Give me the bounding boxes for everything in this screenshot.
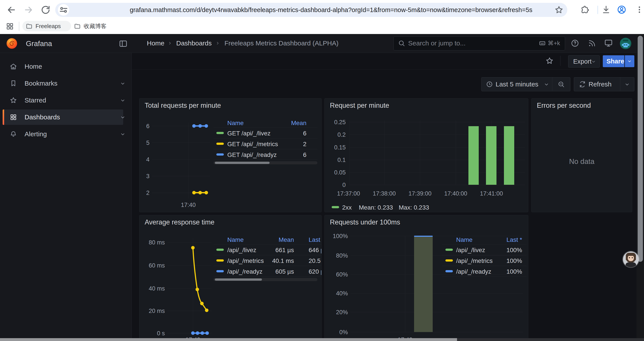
sidebar-item-label: Alerting [24, 130, 47, 138]
breadcrumb-dashboards[interactable]: Dashboards [176, 40, 212, 47]
browser-menu-icon[interactable] [635, 5, 644, 14]
gridline [349, 121, 350, 185]
legend-separator [214, 266, 321, 266]
gridline [349, 122, 525, 122]
refresh-interval-dropdown[interactable] [620, 78, 634, 91]
legend-separator [442, 255, 527, 255]
legend-header-mean[interactable]: Mean [250, 236, 294, 243]
address-bar[interactable]: grafana.mathmast.com/d/deytv4rwavabkb/fr… [55, 3, 567, 17]
legend-header-mean[interactable]: Mean [262, 120, 306, 127]
breadcrumb-home[interactable]: Home [147, 40, 164, 47]
site-settings-icon[interactable] [58, 4, 69, 16]
panel-requests-under-100ms: Requests under 100ms 100% 80% 60% 40% 20… [324, 215, 528, 341]
sidebar-item-starred[interactable]: Starred [0, 93, 132, 108]
vertical-scrollbar[interactable] [636, 34, 644, 341]
star-icon [10, 97, 17, 104]
gridline [456, 121, 456, 185]
zoom-out-time-button[interactable] [552, 78, 570, 91]
url-text[interactable]: grafana.mathmast.com/d/deytv4rwavabkb/fr… [130, 3, 532, 17]
rss-news-icon[interactable] [588, 39, 596, 47]
panel-title[interactable]: Requests under 100ms [330, 218, 400, 226]
horizontal-scrollbar[interactable] [0, 338, 644, 341]
refresh-button[interactable]: Refresh [574, 78, 620, 91]
gridline [384, 121, 384, 185]
back-button[interactable] [6, 5, 17, 15]
chevron-down-icon[interactable] [120, 81, 126, 86]
legend-header-name[interactable]: Name [227, 236, 244, 243]
legend-row-value: 6 [262, 130, 306, 137]
series-swatch [216, 249, 224, 251]
legend-separator [214, 255, 321, 255]
sidebar-item-label: Dashboards [24, 113, 60, 121]
forward-button[interactable] [23, 5, 34, 15]
legend-header-last[interactable]: Last * [309, 236, 322, 243]
panel-total-requests: Total requests per minute 6 5 4 3 2 17:4… [139, 98, 322, 212]
panel-title[interactable]: Request per minute [330, 102, 389, 110]
legend-scrollbar-thumb[interactable] [215, 278, 262, 281]
share-button[interactable]: Share [603, 55, 624, 67]
vertical-scrollbar-thumb[interactable] [638, 36, 643, 262]
time-range-button[interactable]: Last 5 minutes [482, 78, 552, 91]
bookmark-folder-freeleaps[interactable]: Freeleaps [22, 21, 71, 31]
sidebar-item-bookmarks[interactable]: Bookmarks [0, 76, 132, 91]
y-tick: 5 [140, 140, 150, 146]
legend-header-name[interactable]: Name [227, 120, 244, 127]
export-button[interactable]: Export [568, 55, 600, 68]
monitor-kiosk-icon[interactable] [604, 39, 613, 47]
gridline [350, 332, 523, 332]
series-swatch [216, 153, 224, 156]
chevron-down-icon[interactable] [120, 98, 126, 103]
dock-menu-icon[interactable] [119, 39, 128, 48]
legend-scrollbar[interactable] [214, 161, 318, 164]
share-dropdown-button[interactable] [625, 55, 634, 67]
user-avatar[interactable] [620, 38, 631, 49]
y-tick: 0.15 [325, 144, 346, 151]
legend-row-value: 6 [262, 151, 306, 158]
star-dashboard-icon[interactable] [545, 57, 554, 65]
folder-icon [26, 23, 32, 30]
extensions-icon[interactable] [580, 5, 590, 14]
panel-title[interactable]: Errors per second [537, 102, 591, 110]
bar-2xx [468, 126, 479, 185]
assistant-avatar[interactable] [623, 251, 639, 267]
profile-icon[interactable] [617, 5, 626, 15]
legend-row-mean: 661 µs [250, 247, 294, 254]
sidebar-item-alerting[interactable]: Alerting [0, 126, 132, 142]
x-tick: 17:37:00 [331, 190, 366, 197]
bookmark-folder-blogs[interactable]: 收藏博客 [70, 21, 106, 31]
panel-title[interactable]: Total requests per minute [145, 102, 221, 110]
bookmark-star-icon[interactable] [554, 6, 563, 14]
sidebar-item-label: Bookmarks [24, 80, 58, 87]
chevron-down-icon[interactable] [120, 132, 126, 137]
reload-button[interactable] [40, 5, 51, 15]
legend-max-stat: Max: 0.233 [399, 204, 429, 211]
legend-series-label[interactable]: 2xx [342, 204, 352, 211]
series-swatch [332, 206, 339, 208]
help-icon[interactable] [571, 39, 579, 47]
downloads-icon[interactable] [602, 5, 611, 14]
folder-icon [74, 23, 81, 30]
legend-row-value: 100% [478, 257, 522, 264]
sidebar-item-home[interactable]: Home [0, 59, 132, 74]
active-item-highlight [3, 110, 123, 125]
sidebar-item-dashboards[interactable]: Dashboards [0, 110, 132, 125]
legend-header-name[interactable]: Name [456, 236, 472, 243]
apps-grid-icon[interactable] [6, 22, 14, 31]
series-line-top [414, 236, 433, 237]
legend-header-last[interactable]: Last * [478, 236, 522, 243]
breadcrumb-current: Freeleaps Metrics Dashboard (ALPHA) [224, 40, 338, 47]
grafana-logo-icon[interactable] [6, 38, 18, 49]
chevron-down-icon[interactable] [120, 115, 126, 120]
horizontal-scrollbar-thumb[interactable] [0, 338, 457, 341]
data-point [204, 124, 208, 128]
data-point [192, 191, 196, 194]
legend-scrollbar[interactable] [214, 278, 318, 281]
chevron-down-icon [624, 82, 630, 87]
data-point [200, 331, 204, 335]
data-point [206, 331, 209, 335]
gridline [152, 159, 210, 160]
legend-separator [214, 276, 321, 276]
legend-scrollbar-thumb[interactable] [215, 162, 270, 164]
gridline [350, 293, 523, 293]
search-input[interactable]: Search or jump to... ⌘+k [394, 37, 565, 51]
